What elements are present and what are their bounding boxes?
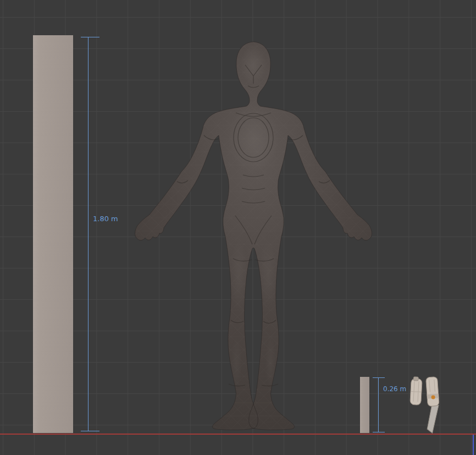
folded-knife-model[interactable]: [410, 377, 423, 405]
3d-viewport[interactable]: 1.80 m 0.26 m: [0, 0, 476, 455]
character-wireframe: [135, 42, 372, 430]
dimension-tick-bottom: [373, 432, 385, 432]
dimension-line: [378, 377, 379, 432]
open-knife-model[interactable]: [424, 376, 441, 433]
humanoid-character-model[interactable]: [135, 42, 372, 430]
knife-dimension-label: 0.26 m: [383, 385, 406, 393]
dimension-tick-top: [373, 377, 385, 378]
dimension-tick-top: [81, 37, 99, 37]
knife-blade: [425, 403, 441, 434]
dimension-tick-bottom: [81, 431, 99, 431]
dimension-line: [88, 37, 88, 431]
height-dimension-label: 1.80 m: [93, 215, 118, 223]
